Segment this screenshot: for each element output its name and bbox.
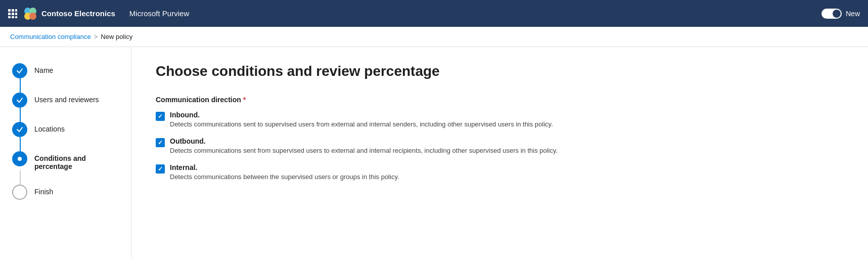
step-locations: Locations [12, 122, 119, 137]
checkbox-outbound-control[interactable] [156, 138, 165, 147]
toggle-switch[interactable] [821, 9, 842, 19]
checkbox-internal-control[interactable] [156, 164, 165, 174]
step-circle-locations [12, 122, 27, 137]
svg-rect-7 [12, 16, 14, 18]
main-layout: Name Users and reviewers Locations Condi… [0, 47, 868, 258]
checkbox-outbound-text: Outbound. Detects communications sent fr… [170, 137, 558, 155]
svg-point-12 [29, 13, 36, 20]
inbound-title: Inbound. [170, 111, 553, 119]
org-name: Contoso Electronics [41, 9, 115, 18]
required-star: * [243, 96, 246, 104]
checkbox-internal-text: Internal. Detects communications between… [170, 163, 399, 182]
grid-icon[interactable] [8, 9, 17, 18]
section-label-direction: Communication direction * [156, 96, 844, 104]
outbound-desc: Detects communications sent from supervi… [170, 146, 558, 155]
step-conditions: Conditions and percentage [12, 151, 119, 170]
breadcrumb-separator: > [94, 33, 98, 40]
connector-2 [20, 108, 21, 122]
svg-rect-2 [15, 9, 17, 12]
org-logo: Contoso Electronics [23, 7, 115, 21]
step-circle-name [12, 63, 27, 78]
step-finish: Finish [12, 185, 119, 200]
communication-direction-section: Communication direction * Inbound. Detec… [156, 96, 844, 182]
toggle-label: New [846, 10, 860, 18]
step-label-finish: Finish [34, 185, 53, 196]
checkbox-outbound: Outbound. Detects communications sent fr… [156, 137, 844, 155]
step-circle-conditions [12, 151, 27, 166]
page-title: Choose conditions and review percentage [156, 63, 844, 79]
svg-rect-4 [12, 13, 14, 15]
breadcrumb-current: New policy [101, 33, 132, 40]
inbound-desc: Detects communications sent to supervise… [170, 120, 553, 129]
stepper-sidebar: Name Users and reviewers Locations Condi… [0, 47, 131, 258]
outbound-title: Outbound. [170, 137, 558, 145]
svg-rect-5 [15, 13, 17, 15]
breadcrumb-parent[interactable]: Communication compliance [10, 33, 91, 40]
svg-rect-1 [12, 9, 14, 12]
connector-1 [20, 78, 21, 93]
step-label-locations: Locations [34, 122, 65, 133]
svg-point-13 [18, 157, 22, 161]
svg-rect-0 [8, 9, 11, 12]
internal-title: Internal. [170, 163, 399, 171]
svg-rect-3 [8, 13, 11, 15]
connector-4 [20, 170, 21, 185]
new-toggle[interactable]: New [821, 9, 860, 19]
checkbox-inbound-control[interactable] [156, 112, 165, 121]
direction-checkbox-group: Inbound. Detects communications sent to … [156, 111, 844, 182]
step-label-name: Name [34, 63, 53, 74]
step-circle-users [12, 93, 27, 108]
step-users-reviewers: Users and reviewers [12, 93, 119, 108]
step-circle-finish [12, 185, 27, 200]
breadcrumb: Communication compliance > New policy [0, 27, 868, 47]
svg-rect-6 [8, 16, 11, 18]
connector-3 [20, 137, 21, 151]
step-label-users: Users and reviewers [34, 93, 99, 104]
step-name: Name [12, 63, 119, 78]
step-label-conditions: Conditions and percentage [34, 151, 119, 170]
checkbox-inbound: Inbound. Detects communications sent to … [156, 111, 844, 129]
content-area: Choose conditions and review percentage … [131, 47, 868, 258]
checkbox-internal: Internal. Detects communications between… [156, 163, 844, 182]
app-name: Microsoft Purview [129, 9, 189, 18]
svg-rect-8 [15, 16, 17, 18]
checkbox-inbound-text: Inbound. Detects communications sent to … [170, 111, 553, 129]
top-navigation: Contoso Electronics Microsoft Purview Ne… [0, 0, 868, 27]
internal-desc: Detects communications between the super… [170, 172, 399, 182]
